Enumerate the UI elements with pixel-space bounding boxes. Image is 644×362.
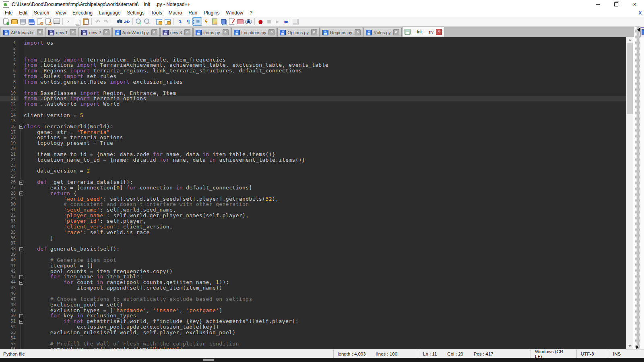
- tab-ap-ideas-txt[interactable]: AP Ideas.txt×: [1, 28, 45, 37]
- tab-regions-py[interactable]: Regions.py×: [320, 28, 363, 37]
- code-text[interactable]: 'seed_name': self.world.seed_name,: [24, 207, 176, 213]
- monitoring-icon[interactable]: [245, 18, 252, 25]
- fold-marker-icon[interactable]: −: [19, 247, 23, 251]
- code-text[interactable]: # Generate item pool: [24, 257, 116, 263]
- code-editor[interactable]: 1import os234from .Items import Terraria…: [0, 37, 626, 349]
- redo-icon[interactable]: ↷: [102, 18, 110, 25]
- code-text[interactable]: itempool = []: [24, 263, 93, 269]
- code-text[interactable]: exits = [connection[0] for connection in…: [24, 185, 252, 191]
- menu-item-language[interactable]: Language: [96, 9, 124, 16]
- code-text[interactable]: 'player_id': self.player,: [24, 218, 146, 224]
- fold-marker-icon[interactable]: −: [19, 181, 23, 185]
- scrollbar-thumb[interactable]: [627, 43, 633, 114]
- fold-margin[interactable]: −: [19, 191, 24, 196]
- close-document-x-button[interactable]: X: [639, 10, 642, 15]
- tab-close-button[interactable]: ×: [311, 29, 317, 35]
- scroll-up-arrow-icon[interactable]: [626, 37, 633, 43]
- menu-item-window[interactable]: Window: [223, 9, 247, 16]
- code-text[interactable]: 'world_seed': self.world.slot_seeds[self…: [24, 196, 279, 202]
- fold-margin[interactable]: −: [19, 319, 24, 324]
- code-text[interactable]: exclusion_pool.update(exclusion_table[ke…: [24, 324, 219, 330]
- code-text[interactable]: # Prefill the Wall of Flesh with the com…: [24, 341, 239, 347]
- menu-item-settings[interactable]: Settings: [124, 9, 147, 16]
- code-text[interactable]: 'player_name': self.world.get_player_nam…: [24, 213, 249, 218]
- fold-marker-icon[interactable]: −: [19, 191, 23, 195]
- code-text[interactable]: location_name_to_id = {name: data.id for…: [24, 157, 305, 163]
- fold-margin[interactable]: −: [19, 313, 24, 319]
- code-text[interactable]: from worlds.generic.Rules import exclusi…: [24, 79, 183, 85]
- close-icon[interactable]: [36, 18, 43, 25]
- new-file-icon[interactable]: [2, 18, 10, 25]
- view-splitter[interactable]: [635, 27, 640, 349]
- code-text[interactable]: }: [24, 235, 54, 241]
- tab-close-button[interactable]: ×: [103, 29, 109, 35]
- code-text[interactable]: def generate_basic(self):: [24, 246, 120, 252]
- menu-item-macro[interactable]: Macro: [165, 9, 185, 16]
- code-text[interactable]: pool_counts = item_frequencies.copy(): [24, 269, 173, 274]
- code-text[interactable]: from .Options import terraria_options: [24, 96, 146, 101]
- tab--init-py[interactable]: __init__.py×: [402, 27, 444, 37]
- edit-popup-icon[interactable]: [228, 18, 235, 25]
- scroll-down-arrow-icon[interactable]: [626, 343, 633, 349]
- code-text[interactable]: topology_present = True: [24, 140, 113, 146]
- fold-marker-icon[interactable]: −: [19, 281, 23, 285]
- tab-close-button[interactable]: ×: [151, 29, 157, 35]
- code-text[interactable]: exclusion_rules(self.world, self.player,…: [24, 330, 236, 335]
- tab-new-2[interactable]: new 2×: [79, 28, 111, 37]
- fold-margin[interactable]: −: [19, 179, 24, 185]
- fold-margin[interactable]: −: [19, 274, 24, 280]
- undo-icon[interactable]: ↶: [94, 18, 101, 25]
- tab-new-1[interactable]: new 1×: [46, 28, 78, 37]
- tab-close-button[interactable]: ×: [70, 29, 76, 35]
- code-text[interactable]: game: str = "Terraria": [24, 130, 110, 135]
- restore-button[interactable]: [607, 0, 625, 9]
- close-all-icon[interactable]: [44, 18, 52, 25]
- menu-item-run[interactable]: Run: [185, 9, 200, 16]
- sync-vertical-icon[interactable]: [155, 18, 163, 25]
- code-text[interactable]: from .Regions import terraria_regions, l…: [24, 68, 302, 74]
- find-icon[interactable]: [114, 18, 122, 25]
- menu-item-plugins[interactable]: Plugins: [200, 9, 223, 16]
- macro-stop-icon[interactable]: ■: [265, 18, 273, 25]
- code-text[interactable]: for item_name in item_table:: [24, 274, 143, 280]
- macro-play-icon[interactable]: ▶: [274, 18, 281, 25]
- tab-scroll-left-icon[interactable]: [635, 28, 640, 32]
- insert-mode-label[interactable]: INS: [613, 352, 621, 356]
- macro-save-icon[interactable]: [292, 18, 299, 25]
- close-button[interactable]: ×: [625, 0, 644, 9]
- replace-icon[interactable]: ab: [123, 18, 130, 25]
- macro-record-icon[interactable]: ●: [257, 18, 264, 25]
- code-text[interactable]: 'client_version': client_version,: [24, 224, 173, 230]
- fold-marker-icon[interactable]: −: [19, 314, 23, 318]
- menu-item-view[interactable]: View: [52, 9, 69, 16]
- corner-arrow-icon[interactable]: [636, 346, 640, 349]
- folder-as-workspace-icon[interactable]: [236, 18, 244, 25]
- fold-marker-icon[interactable]: −: [19, 125, 23, 129]
- tab-close-button[interactable]: ×: [436, 29, 442, 35]
- document-list-icon[interactable]: [219, 18, 227, 25]
- minimize-button[interactable]: [588, 0, 607, 9]
- tab-items-py[interactable]: Items.py×: [193, 28, 231, 37]
- fold-margin[interactable]: −: [19, 124, 24, 130]
- code-text[interactable]: options = terraria_options: [24, 135, 123, 140]
- code-text[interactable]: completion = self.create_item("Victory"): [24, 346, 183, 349]
- menu-item-[interactable]: ?: [246, 9, 256, 16]
- tab-close-button[interactable]: ×: [355, 29, 361, 35]
- code-text[interactable]: from .Rules import set_rules: [24, 74, 116, 79]
- sync-horizontal-icon[interactable]: [164, 18, 171, 25]
- clipped-tab-fragment[interactable]: [640, 27, 644, 37]
- code-text[interactable]: 'race': self.world.is_race: [24, 230, 150, 235]
- code-text[interactable]: from .Locations import TerrariaAchieveme…: [24, 62, 328, 68]
- function-list-icon[interactable]: ϟ: [202, 18, 210, 25]
- paste-icon[interactable]: [82, 18, 89, 25]
- code-text[interactable]: # consistent and doesn't interfere with …: [24, 202, 249, 207]
- fold-marker-icon[interactable]: −: [19, 275, 23, 279]
- code-text[interactable]: from ..AutoWorld import World: [24, 101, 120, 107]
- cut-icon[interactable]: ✂: [65, 18, 72, 25]
- vertical-scrollbar[interactable]: [626, 37, 633, 349]
- save-all-icon[interactable]: [27, 18, 35, 25]
- macro-run-multiple-icon[interactable]: ▶▶: [282, 18, 291, 25]
- code-text[interactable]: exclusion_pool = set(): [24, 302, 123, 308]
- menu-item-file[interactable]: File: [2, 9, 16, 16]
- menu-item-search[interactable]: Search: [31, 9, 52, 16]
